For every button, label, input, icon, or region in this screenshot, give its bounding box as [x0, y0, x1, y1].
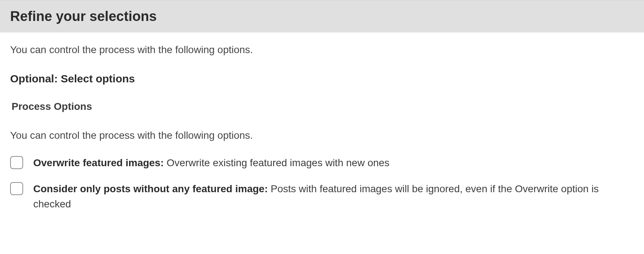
checkbox-overwrite[interactable]: [10, 156, 23, 169]
option-overwrite-featured: Overwrite featured images: Overwrite exi…: [10, 155, 634, 171]
section-header: Refine your selections: [0, 0, 644, 33]
subheading-optional: Optional: Select options: [10, 71, 634, 86]
process-options-heading: Process Options: [12, 99, 634, 113]
process-options-description: You can control the process with the fol…: [10, 128, 634, 142]
checkbox-consider-only[interactable]: [10, 182, 23, 195]
label-overwrite-bold: Overwrite featured images:: [33, 157, 164, 168]
content-area: You can control the process with the fol…: [0, 33, 644, 230]
label-overwrite-rest: Overwrite existing featured images with …: [164, 157, 389, 168]
label-consider-only-bold: Consider only posts without any featured…: [33, 183, 268, 194]
section-title: Refine your selections: [10, 7, 634, 26]
label-consider-only[interactable]: Consider only posts without any featured…: [33, 181, 634, 212]
option-consider-only: Consider only posts without any featured…: [10, 181, 634, 212]
label-overwrite[interactable]: Overwrite featured images: Overwrite exi…: [33, 155, 389, 171]
description-text: You can control the process with the fol…: [10, 43, 634, 57]
